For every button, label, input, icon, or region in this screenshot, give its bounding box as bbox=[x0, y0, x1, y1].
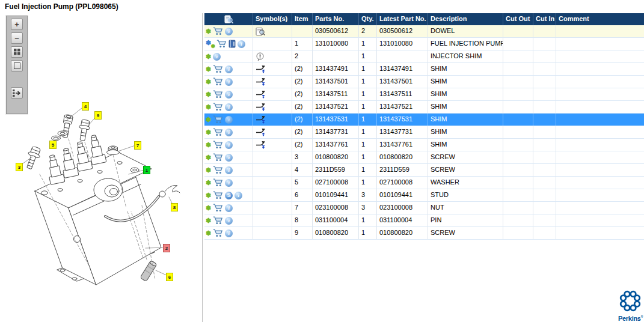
gear-icon[interactable]: ✽ bbox=[206, 154, 211, 161]
cell-description: NUT bbox=[428, 202, 503, 214]
cell-symbol bbox=[253, 126, 292, 138]
callout-5[interactable]: 5 bbox=[49, 141, 57, 149]
gear-icon[interactable]: ✽ bbox=[206, 205, 211, 211]
cart-icon[interactable] bbox=[213, 153, 223, 162]
info-icon[interactable]: i bbox=[225, 166, 233, 174]
info-icon[interactable]: i bbox=[225, 217, 233, 225]
cell-description: WASHER bbox=[428, 177, 503, 189]
table-row[interactable]: ✽i30108008201010800820SCREW bbox=[204, 151, 644, 164]
callout-7[interactable]: 7 bbox=[134, 141, 141, 150]
info-icon[interactable]: i bbox=[238, 40, 245, 48]
cell-qty: 1 bbox=[359, 76, 377, 88]
table-row[interactable]: ✽✽i11310100801131010080FUEL INJECTION PU… bbox=[204, 38, 644, 50]
info-icon[interactable]: i bbox=[225, 103, 233, 111]
table-row[interactable]: ✽i42311D55912311D559SCREW bbox=[204, 164, 644, 177]
callout-6[interactable]: 6 bbox=[166, 273, 173, 281]
zoom-in-button[interactable]: + bbox=[11, 19, 23, 30]
table-row[interactable]: ✽i(2)1314375111131437511SHIM bbox=[204, 88, 644, 101]
table-row[interactable]: ✽i80311000041031100004PIN bbox=[204, 214, 644, 227]
table-header-row: Symbol(s)ItemParts No.Qty.Latest Part No… bbox=[204, 13, 644, 25]
cell-latest-part-no: 010109441 bbox=[377, 189, 428, 201]
gear-icon[interactable]: ✽ bbox=[206, 28, 211, 35]
table-row[interactable]: ✽i(2)1314377311131437731SHIM bbox=[204, 126, 644, 139]
callout-4[interactable]: 4 bbox=[82, 102, 89, 111]
gear-icon[interactable]: ✽ bbox=[206, 79, 211, 85]
cart-icon[interactable] bbox=[213, 191, 223, 199]
info-icon[interactable]: i bbox=[225, 116, 233, 124]
table-row[interactable]: ✽i(2)1314375211131437521SHIM bbox=[204, 101, 644, 114]
table-row[interactable]: ✽i(2)1314375011131437501SHIM bbox=[204, 76, 644, 88]
tile-view-button[interactable] bbox=[11, 46, 23, 58]
info-icon[interactable]: i bbox=[225, 78, 233, 86]
toggle-panel-button[interactable] bbox=[11, 87, 23, 99]
cart-icon[interactable] bbox=[213, 216, 223, 225]
cart-icon[interactable] bbox=[213, 90, 223, 99]
table-row[interactable]: ✽i(2)1314375311131437531SHIM bbox=[204, 114, 644, 126]
info-icon[interactable]: i bbox=[213, 53, 221, 61]
callout-9[interactable]: 9 bbox=[94, 111, 102, 120]
cell-qty: 1 bbox=[359, 139, 377, 151]
table-row[interactable]: ✽Si60101094413010109441STUD bbox=[204, 189, 644, 202]
table-row[interactable]: ✽i(2)1314377611131437761SHIM bbox=[204, 139, 644, 151]
info-icon[interactable]: i bbox=[225, 204, 233, 212]
info-icon[interactable]: i bbox=[225, 129, 233, 136]
info-icon[interactable]: i bbox=[235, 192, 242, 199]
callout-1[interactable]: 1 bbox=[143, 166, 150, 174]
cart-icon[interactable] bbox=[213, 65, 223, 73]
gear-icon[interactable]: ✽ bbox=[206, 104, 211, 111]
supersession-icon[interactable]: S bbox=[225, 192, 233, 199]
cell-comment bbox=[556, 88, 644, 100]
fit-view-button[interactable] bbox=[11, 60, 23, 71]
gear-icon[interactable]: ✽ bbox=[206, 66, 211, 73]
table-row[interactable]: ✽i70231000083023100008NUT bbox=[204, 202, 644, 214]
gear-icon[interactable]: ✽ bbox=[206, 53, 211, 60]
callout-2[interactable]: 2 bbox=[163, 244, 170, 252]
cart-icon[interactable] bbox=[213, 229, 223, 237]
cell-qty: 1 bbox=[359, 88, 377, 100]
cart-icon[interactable] bbox=[213, 141, 223, 149]
gear-icon[interactable]: ✽ bbox=[206, 217, 211, 224]
cart-icon[interactable] bbox=[213, 103, 223, 111]
table-row[interactable]: ✽i(2)1314374911131437491SHIM bbox=[204, 63, 644, 76]
cart-icon[interactable] bbox=[213, 166, 223, 174]
cell-symbol bbox=[253, 50, 292, 62]
cell-description: SCREW bbox=[428, 164, 503, 176]
gear-icon[interactable]: ✽ bbox=[206, 167, 211, 174]
cell-cut-in bbox=[533, 177, 556, 189]
table-row[interactable]: ✽i21INJECTOR SHIM bbox=[204, 50, 644, 63]
gear-icon[interactable]: ✽ bbox=[206, 91, 211, 98]
cart-icon[interactable] bbox=[216, 40, 227, 48]
callout-8[interactable]: 8 bbox=[171, 203, 178, 211]
callout-3[interactable]: 3 bbox=[16, 163, 23, 171]
gear-icon[interactable]: ✽ bbox=[206, 142, 211, 148]
cart-icon[interactable] bbox=[213, 204, 223, 212]
gear-icon[interactable]: ✽ bbox=[206, 180, 211, 186]
book-icon[interactable] bbox=[228, 40, 236, 48]
info-icon[interactable]: i bbox=[225, 154, 233, 162]
gear-icon[interactable]: ✽ bbox=[206, 117, 211, 123]
info-icon[interactable]: i bbox=[225, 65, 233, 73]
cell-latest-part-no: 131437731 bbox=[377, 126, 428, 138]
zoom-out-button[interactable]: − bbox=[11, 32, 23, 44]
gear-icon[interactable]: ✽ bbox=[206, 129, 211, 136]
gear-icon[interactable]: ✽ bbox=[206, 230, 211, 237]
info-icon[interactable]: i bbox=[225, 91, 233, 99]
cart-icon[interactable] bbox=[213, 27, 223, 35]
info-icon[interactable]: i bbox=[225, 229, 233, 237]
info-icon[interactable]: i bbox=[225, 141, 233, 149]
cell-description: FUEL INJECTION PUMP bbox=[428, 38, 503, 50]
table-row[interactable]: ✽i50271000081027100008WASHER bbox=[204, 177, 644, 189]
cell-comment bbox=[556, 114, 644, 126]
cell-qty: 1 bbox=[359, 114, 377, 126]
cart-icon[interactable] bbox=[213, 115, 223, 124]
gear-icon[interactable]: ✽ bbox=[206, 192, 211, 199]
gear-double-icon[interactable]: ✽✽ bbox=[206, 40, 215, 48]
table-row[interactable]: ✽i90108008201010800820SCREW bbox=[204, 227, 644, 240]
cart-icon[interactable] bbox=[213, 77, 223, 86]
col-header-comment: Comment bbox=[556, 13, 644, 25]
cart-icon[interactable] bbox=[213, 128, 223, 136]
table-row[interactable]: ✽i0305006122030500612DOWEL bbox=[204, 25, 644, 38]
info-icon[interactable]: i bbox=[225, 28, 233, 35]
cart-icon[interactable] bbox=[213, 178, 223, 187]
info-icon[interactable]: i bbox=[225, 179, 233, 187]
